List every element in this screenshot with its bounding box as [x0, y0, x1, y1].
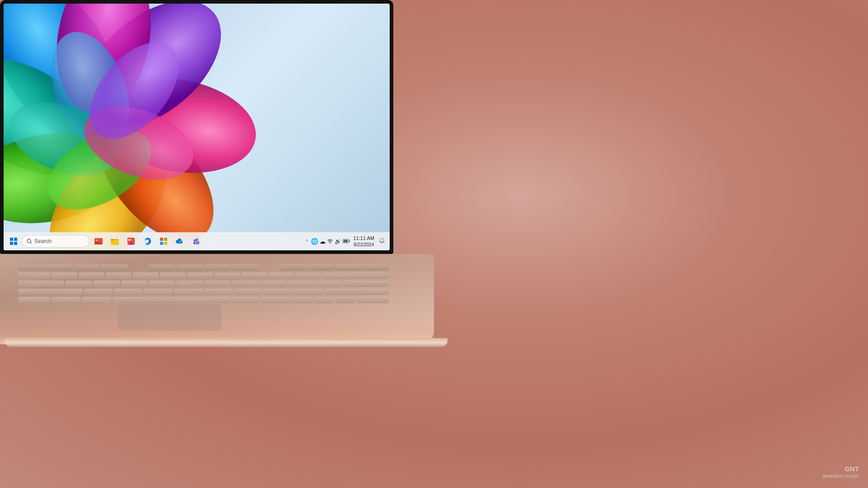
taskbar-icon-onedrive[interactable]	[173, 234, 187, 249]
watermark: GNT generation-nt.com	[822, 465, 859, 479]
svg-point-24	[130, 239, 132, 241]
tray-language-icon[interactable]: 🌐	[311, 238, 318, 245]
search-bar[interactable]: Search	[22, 235, 90, 248]
taskbar-icon-teams[interactable]	[189, 234, 203, 249]
notification-button[interactable]	[378, 237, 386, 246]
svg-rect-19	[111, 239, 114, 240]
svg-rect-34	[344, 240, 348, 242]
tray-cloud-icon[interactable]: ☁	[320, 238, 326, 245]
svg-rect-28	[164, 242, 167, 245]
teams-icon	[192, 237, 201, 246]
search-icon	[27, 239, 32, 244]
file-explorer-icon	[110, 237, 119, 246]
touchpad[interactable]	[118, 304, 222, 331]
tray-battery-icon[interactable]	[343, 238, 350, 245]
tray-volume-icon[interactable]: 🔊	[335, 238, 341, 244]
system-tray: ^ 🌐 ☁	[305, 238, 350, 245]
system-clock[interactable]: 11:11 AM 6/22/2024	[352, 235, 376, 247]
keyboard-row-5	[18, 297, 389, 303]
clock-date: 6/22/2024	[354, 242, 374, 248]
svg-rect-33	[349, 240, 349, 242]
win11-flower	[4, 4, 275, 250]
start-button[interactable]	[7, 235, 20, 248]
watermark-site: generation-nt.com	[822, 473, 859, 479]
store-icon	[159, 237, 168, 246]
svg-point-31	[330, 243, 330, 244]
svg-point-22	[132, 239, 134, 241]
watermark-brand: GNT	[822, 465, 859, 474]
taskbar-icon-paint[interactable]	[124, 234, 138, 249]
svg-line-14	[30, 242, 32, 244]
search-placeholder: Search	[34, 238, 52, 244]
svg-point-21	[128, 239, 130, 241]
svg-rect-27	[160, 242, 163, 245]
svg-point-13	[27, 239, 31, 243]
taskbar-icon-edge[interactable]	[140, 234, 155, 249]
svg-point-29	[196, 238, 198, 241]
edge-icon	[143, 237, 152, 246]
taskbar-icon-file-explorer[interactable]	[108, 234, 122, 249]
onedrive-icon	[175, 237, 184, 246]
taskbar-icon-photos[interactable]	[91, 234, 106, 249]
laptop-container: Search	[0, 0, 448, 488]
windows-logo-icon	[10, 238, 17, 245]
keyboard-row-2	[18, 272, 389, 279]
svg-rect-26	[164, 238, 167, 241]
laptop-bottom-lip	[5, 338, 448, 347]
paint-icon	[127, 237, 136, 246]
keyboard-row-3	[18, 281, 389, 287]
svg-point-30	[194, 239, 196, 242]
photos-icon	[94, 237, 103, 246]
wallpaper: Search	[4, 4, 390, 250]
keyboard-row-1	[18, 264, 389, 271]
laptop-screen: Search	[4, 4, 390, 250]
svg-rect-25	[160, 238, 163, 241]
svg-rect-18	[111, 240, 119, 245]
keyboard-row-4	[18, 289, 389, 295]
svg-point-23	[130, 242, 132, 244]
tray-wifi-icon[interactable]	[327, 238, 333, 245]
taskbar-icon-store[interactable]	[156, 234, 171, 249]
clock-time: 11:11 AM	[354, 235, 374, 241]
screen-bezel: Search	[0, 0, 393, 254]
keyboard-base	[0, 254, 434, 344]
tray-expand-button[interactable]: ^	[305, 238, 309, 245]
scene: Search	[0, 0, 868, 488]
taskbar: Search	[4, 232, 390, 250]
